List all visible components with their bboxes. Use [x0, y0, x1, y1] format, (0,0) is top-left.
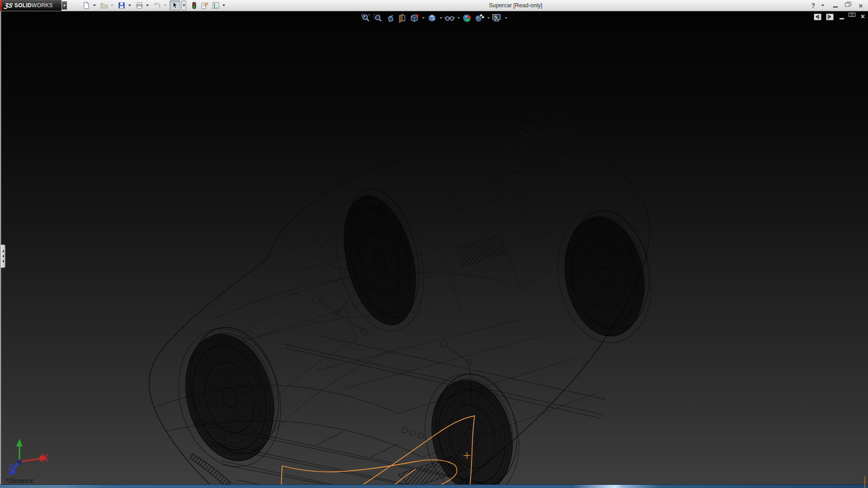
select-cursor-icon — [172, 2, 179, 9]
view-settings-dropdown[interactable] — [504, 13, 508, 23]
print-button[interactable] — [134, 1, 144, 10]
zoom-to-fit-icon — [361, 13, 371, 23]
minimize-button[interactable] — [832, 2, 839, 9]
viewport-3d[interactable] — [0, 0, 868, 488]
status-bar-marker — [864, 476, 865, 488]
new-document-button[interactable] — [81, 1, 91, 10]
apply-scene-dropdown[interactable] — [486, 13, 491, 23]
new-document-icon — [83, 2, 90, 9]
window-title: Supercar [Read-only] — [489, 2, 542, 9]
print-dropdown[interactable] — [145, 1, 149, 10]
new-document-dropdown[interactable] — [92, 1, 96, 10]
document-close-button[interactable]: × — [861, 13, 865, 20]
open-button[interactable] — [99, 1, 109, 10]
undo-icon — [153, 2, 161, 9]
document-restore-button[interactable] — [850, 14, 856, 20]
section-view-icon — [397, 13, 407, 23]
solidworks-logo: ƷS SOLIDWORKS — [0, 0, 61, 11]
next-pane-button[interactable] — [826, 14, 834, 20]
edit-appearance-button[interactable] — [462, 13, 473, 23]
view-settings-button[interactable] — [492, 13, 503, 23]
zoom-to-area-icon — [373, 13, 383, 23]
options-checklist-icon — [212, 2, 220, 9]
collapse-arrow-icon — [2, 255, 4, 258]
collapse-arrow-icon — [2, 250, 4, 253]
select-tool-button[interactable] — [170, 0, 180, 10]
undo-button[interactable] — [152, 1, 162, 10]
orientation-triad[interactable] — [8, 439, 48, 475]
view-settings-icon — [492, 13, 503, 23]
apply-scene-icon — [474, 13, 485, 23]
menu-flyout-button[interactable] — [62, 1, 67, 9]
app-icon — [0, 0, 2, 11]
open-folder-icon — [100, 2, 108, 9]
edit-appearance-icon — [462, 13, 472, 23]
window-controls: ? × — [811, 0, 864, 11]
view-orientation-icon — [410, 13, 420, 23]
restore-button[interactable] — [844, 2, 852, 9]
save-dropdown[interactable] — [127, 1, 132, 10]
close-button[interactable]: × — [857, 2, 864, 9]
display-style-dropdown[interactable] — [439, 13, 443, 23]
main-toolbar — [81, 0, 227, 10]
document-window-controls: × — [814, 13, 865, 20]
pane-right-arrow-icon — [829, 15, 831, 19]
help-button[interactable]: ? — [811, 2, 815, 9]
zoom-to-fit-button[interactable] — [360, 13, 371, 23]
title-bar: ƷS SOLIDWORKS — [0, 0, 868, 11]
hide-show-items-button[interactable] — [444, 13, 455, 23]
previous-pane-button[interactable] — [814, 14, 821, 20]
display-style-icon — [427, 13, 437, 23]
triad-y-axis — [16, 439, 23, 446]
apply-scene-button[interactable] — [474, 13, 485, 23]
options-button[interactable] — [211, 1, 221, 10]
print-icon — [136, 2, 143, 9]
model-wireframe[interactable] — [149, 118, 662, 488]
display-style-button[interactable] — [427, 13, 438, 23]
view-orientation-button[interactable] — [409, 13, 420, 23]
solidworks-logo-mark: ƷS — [4, 2, 13, 9]
rebuild-button[interactable] — [189, 1, 199, 10]
zoom-to-area-button[interactable] — [373, 13, 383, 23]
wheel-front-left[interactable] — [171, 318, 292, 470]
feature-manager-splitter-handle[interactable] — [1, 244, 5, 268]
section-view-button[interactable] — [397, 13, 408, 23]
help-dropdown[interactable] — [821, 1, 825, 10]
open-dropdown[interactable] — [110, 1, 114, 10]
hide-show-items-glasses-icon — [444, 13, 455, 23]
traffic-light-icon — [191, 2, 198, 9]
file-properties-button[interactable] — [200, 1, 210, 10]
hide-show-items-dropdown[interactable] — [457, 13, 461, 23]
undo-dropdown[interactable] — [163, 1, 167, 10]
close-icon: × — [859, 2, 863, 9]
options-dropdown[interactable] — [222, 1, 226, 10]
status-bar-edge — [0, 484, 868, 488]
save-button[interactable] — [117, 1, 127, 10]
solidworks-window: ƷS SOLIDWORKS — [0, 0, 868, 488]
heads-up-view-toolbar — [360, 13, 508, 23]
flyout-arrow-icon — [64, 4, 66, 7]
previous-view-button[interactable] — [385, 13, 396, 23]
restore-icon — [846, 1, 850, 9]
save-icon — [118, 2, 125, 9]
view-orientation-label: *Dimetric — [6, 477, 34, 484]
file-properties-icon — [201, 2, 209, 9]
solidworks-logo-text-bold: SOLID — [14, 2, 32, 9]
solidworks-logo-text-light: WORKS — [32, 2, 53, 9]
minimize-icon — [833, 6, 838, 8]
pane-left-arrow-icon — [816, 15, 818, 19]
previous-view-icon — [385, 13, 395, 23]
collapse-arrow-icon — [2, 260, 4, 263]
view-orientation-dropdown[interactable] — [421, 13, 425, 23]
minimize-icon — [840, 18, 844, 19]
select-tool-dropdown[interactable] — [181, 0, 186, 10]
document-minimize-button[interactable] — [838, 13, 845, 20]
